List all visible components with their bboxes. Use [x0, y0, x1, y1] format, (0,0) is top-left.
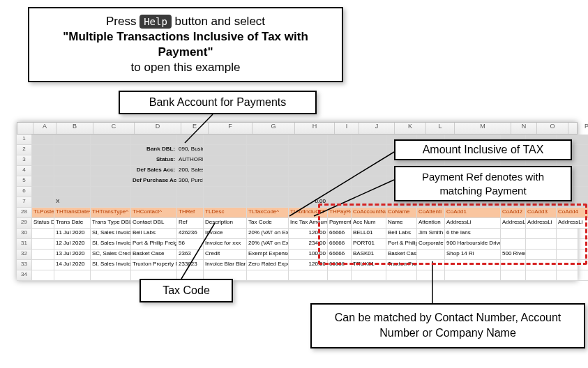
table-cell[interactable]: 500 River Road — [501, 250, 526, 260]
col-header[interactable]: K — [395, 123, 426, 134]
table-cell[interactable]: 234.00 — [289, 239, 328, 250]
table-cell[interactable] — [557, 229, 588, 239]
cell[interactable] — [204, 155, 247, 166]
table-header[interactable]: CoName — [386, 208, 417, 218]
cell[interactable]: Def Sales Acc: — [131, 166, 177, 176]
cell[interactable] — [352, 166, 386, 176]
col-header[interactable]: M — [455, 123, 511, 134]
cell[interactable] — [352, 176, 386, 187]
table-header[interactable]: THTransDate^ — [54, 208, 91, 218]
col-header[interactable]: C — [93, 123, 135, 134]
table-cell[interactable] — [501, 229, 526, 239]
table-cell[interactable] — [32, 239, 54, 250]
cell[interactable] — [91, 197, 131, 208]
cell[interactable] — [204, 197, 247, 208]
table-cell[interactable]: 66666 — [328, 260, 352, 270]
table-cell[interactable]: Bell Labs — [131, 229, 177, 239]
table-cell[interactable]: TRUX01 — [352, 260, 386, 270]
row-number[interactable]: 32 — [17, 250, 32, 260]
table-cell[interactable]: 66666 — [328, 239, 352, 250]
cell[interactable] — [328, 145, 352, 155]
table-cell[interactable] — [526, 239, 557, 250]
table-cell[interactable]: Jim Smith — [417, 229, 445, 239]
cell[interactable] — [131, 187, 177, 197]
table-header[interactable]: TLDesc — [204, 208, 247, 218]
cell[interactable] — [328, 176, 352, 187]
cell[interactable] — [32, 135, 54, 145]
col-header[interactable]: J — [359, 123, 395, 134]
cell[interactable] — [352, 197, 386, 208]
col-header[interactable]: A — [33, 123, 56, 134]
table-header[interactable]: TLTotIncluOfT — [289, 208, 328, 218]
cell[interactable] — [289, 187, 328, 197]
cell[interactable]: 200, Sales — [177, 166, 204, 176]
cell[interactable] — [328, 197, 352, 208]
cell[interactable]: 090, Business Bank Account — [177, 145, 204, 155]
table-cell[interactable]: 6 the lans — [445, 229, 501, 239]
table-cell[interactable] — [289, 270, 328, 281]
table-cell[interactable]: BASK01 — [352, 250, 386, 260]
col-header[interactable]: H — [295, 123, 335, 134]
cell[interactable] — [91, 135, 131, 145]
table-cell[interactable]: Shop 14 Ri — [445, 250, 501, 260]
cell[interactable] — [352, 135, 386, 145]
cell[interactable]: Bank DBL: — [131, 145, 177, 155]
table-cell[interactable]: 66666 — [328, 250, 352, 260]
table-subheader[interactable]: AddressLi — [526, 218, 557, 229]
cell[interactable] — [204, 135, 247, 145]
table-cell[interactable]: Invoice Blar Blar — [204, 260, 247, 270]
table-cell[interactable]: Corporate — [417, 239, 445, 250]
table-cell[interactable] — [445, 270, 501, 281]
cell[interactable]: X — [54, 197, 91, 208]
col-header[interactable]: F — [209, 123, 252, 134]
cell[interactable] — [32, 197, 54, 208]
cell[interactable] — [289, 145, 328, 155]
table-cell[interactable]: Truxton Property Management — [386, 260, 417, 270]
cell[interactable] — [32, 187, 54, 197]
cell[interactable] — [328, 135, 352, 145]
table-cell[interactable]: SI, Sales Invoic — [91, 260, 131, 270]
cell[interactable] — [177, 187, 204, 197]
table-cell[interactable] — [417, 270, 445, 281]
cell[interactable] — [247, 135, 289, 145]
table-header[interactable]: THPayRef — [328, 208, 352, 218]
cell[interactable] — [247, 187, 289, 197]
table-cell[interactable]: 2363 — [177, 250, 204, 260]
cell[interactable] — [204, 176, 247, 187]
table-cell[interactable]: 66666 — [328, 229, 352, 239]
cell[interactable] — [32, 155, 54, 166]
cell[interactable] — [204, 166, 247, 176]
table-cell[interactable]: BELL01 — [352, 229, 386, 239]
table-subheader[interactable]: AddressLi — [501, 218, 526, 229]
table-subheader[interactable]: Tax Code — [247, 218, 289, 229]
table-cell[interactable] — [417, 260, 445, 270]
row-number[interactable]: 2 — [17, 145, 32, 155]
col-header[interactable]: G — [252, 123, 295, 134]
cell[interactable] — [177, 135, 204, 145]
table-header[interactable]: CoAdd4 — [557, 208, 588, 218]
table-cell[interactable]: Zero Rated Expe — [247, 260, 289, 270]
table-cell[interactable] — [557, 260, 588, 270]
table-subheader[interactable]: Acc Num — [352, 218, 386, 229]
cell[interactable]: 0.00 — [289, 197, 328, 208]
table-subheader[interactable]: Description — [204, 218, 247, 229]
table-subheader[interactable]: Trans Date — [54, 218, 91, 229]
cell[interactable]: Def Purchase Acc: — [131, 176, 177, 187]
cell[interactable] — [204, 187, 247, 197]
cell[interactable] — [352, 155, 386, 166]
row-number[interactable]: 1 — [17, 135, 32, 145]
table-cell[interactable]: Exempt Expense — [247, 250, 289, 260]
table-cell[interactable]: 20% (VAT on Ex — [247, 229, 289, 239]
cell[interactable] — [328, 187, 352, 197]
cell[interactable] — [352, 187, 386, 197]
col-header[interactable]: D — [135, 123, 181, 134]
table-cell[interactable]: 20% (VAT on Ex — [247, 239, 289, 250]
table-cell[interactable]: 120.00 — [289, 229, 328, 239]
col-header[interactable]: E — [181, 123, 209, 134]
table-cell[interactable]: SI, Sales Invoic — [91, 229, 131, 239]
table-cell[interactable]: 100.00 — [289, 250, 328, 260]
cell[interactable] — [91, 155, 131, 166]
table-cell[interactable] — [526, 229, 557, 239]
table-subheader[interactable]: AddressLi — [557, 218, 588, 229]
cell[interactable] — [54, 145, 91, 155]
